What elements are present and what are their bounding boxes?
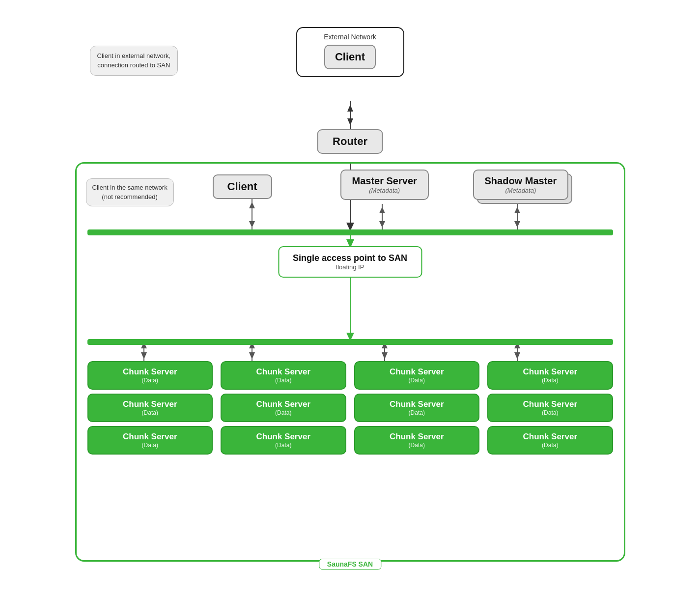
chunk-server-2-3: Chunk Server (Data) <box>221 426 346 455</box>
chunk-server-title-4-2: Chunk Server <box>493 399 607 409</box>
chunk-server-title-2-3: Chunk Server <box>226 432 340 442</box>
chunk-server-title-3-2: Chunk Server <box>360 399 474 409</box>
client-inner-box: Client <box>213 174 272 199</box>
svg-marker-1 <box>347 118 353 125</box>
chunk-server-title-1-1: Chunk Server <box>93 367 207 377</box>
chunk-server-3-3: Chunk Server (Data) <box>354 426 480 455</box>
chunk-server-sub-2-1: (Data) <box>226 377 340 384</box>
chunk-server-4-3: Chunk Server (Data) <box>487 426 613 455</box>
chunk-server-1-1: Chunk Server (Data) <box>87 361 213 390</box>
client-top-box: Client <box>324 45 376 69</box>
svg-marker-2 <box>347 105 353 112</box>
chunk-server-title-4-1: Chunk Server <box>493 367 607 377</box>
chunk-server-sub-4-2: (Data) <box>493 409 607 416</box>
chunk-column-1: Chunk Server (Data) Chunk Server (Data) … <box>87 361 213 455</box>
master-server-subtitle: (Metadata) <box>352 187 417 194</box>
san-label: SaunaFS SAN <box>319 559 381 570</box>
green-bar-top <box>87 229 613 235</box>
shadow-master-box: Shadow Master (Metadata) <box>473 170 569 200</box>
annotation-same-network: Client in the same network (not recommen… <box>86 178 174 206</box>
chunk-server-title-3-3: Chunk Server <box>360 432 474 442</box>
chunk-server-3-1: Chunk Server (Data) <box>354 361 480 390</box>
chunk-server-2-1: Chunk Server (Data) <box>221 361 346 390</box>
chunk-server-sub-4-1: (Data) <box>493 377 607 384</box>
green-bar-bottom <box>87 339 613 345</box>
annotation-topleft-text2: connection routed to SAN <box>97 61 170 69</box>
diagram-container: Client in external network, connection r… <box>60 17 640 582</box>
chunk-server-sub-3-2: (Data) <box>360 409 474 416</box>
access-point-subtitle: floating IP <box>293 263 407 271</box>
chunk-server-4-1: Chunk Server (Data) <box>487 361 613 390</box>
chunk-server-1-2: Chunk Server (Data) <box>87 394 213 422</box>
access-point-title: Single access point to SAN <box>293 253 407 263</box>
chunk-server-title-3-1: Chunk Server <box>360 367 474 377</box>
chunk-server-sub-3-1: (Data) <box>360 377 474 384</box>
annotation-topleft-text: Client in external network, <box>97 52 171 59</box>
shadow-master-subtitle: (Metadata) <box>485 187 557 194</box>
chunk-server-title-4-3: Chunk Server <box>493 432 607 442</box>
chunk-server-sub-1-1: (Data) <box>93 377 207 384</box>
chunk-server-3-2: Chunk Server (Data) <box>354 394 480 422</box>
master-server-title: Master Server <box>352 175 417 187</box>
chunk-server-sub-4-3: (Data) <box>493 442 607 449</box>
chunk-server-title-1-3: Chunk Server <box>93 432 207 442</box>
chunk-column-2: Chunk Server (Data) Chunk Server (Data) … <box>221 361 346 455</box>
chunk-server-sub-1-2: (Data) <box>93 409 207 416</box>
chunk-server-1-3: Chunk Server (Data) <box>87 426 213 455</box>
chunk-columns: Chunk Server (Data) Chunk Server (Data) … <box>87 361 613 455</box>
master-server-box: Master Server (Metadata) <box>340 170 429 200</box>
same-network-text2: (not recommended) <box>102 193 157 200</box>
shadow-master-title: Shadow Master <box>485 175 557 187</box>
chunk-column-4: Chunk Server (Data) Chunk Server (Data) … <box>487 361 613 455</box>
chunk-server-title-1-2: Chunk Server <box>93 399 207 409</box>
router-box: Router <box>317 129 383 154</box>
external-network-box: External Network Client <box>296 27 404 77</box>
chunk-server-4-2: Chunk Server (Data) <box>487 394 613 422</box>
chunk-column-3: Chunk Server (Data) Chunk Server (Data) … <box>354 361 480 455</box>
chunk-server-title-2-1: Chunk Server <box>226 367 340 377</box>
chunk-server-title-2-2: Chunk Server <box>226 399 340 409</box>
chunk-server-sub-2-3: (Data) <box>226 442 340 449</box>
annotation-external-client: Client in external network, connection r… <box>90 46 178 76</box>
chunk-server-sub-1-3: (Data) <box>93 442 207 449</box>
chunk-server-2-2: Chunk Server (Data) <box>221 394 346 422</box>
external-network-label: External Network <box>303 33 397 41</box>
chunk-server-sub-3-3: (Data) <box>360 442 474 449</box>
chunk-server-sub-2-2: (Data) <box>226 409 340 416</box>
same-network-text1: Client in the same network <box>92 184 168 191</box>
access-point-box: Single access point to SAN floating IP <box>278 246 422 278</box>
